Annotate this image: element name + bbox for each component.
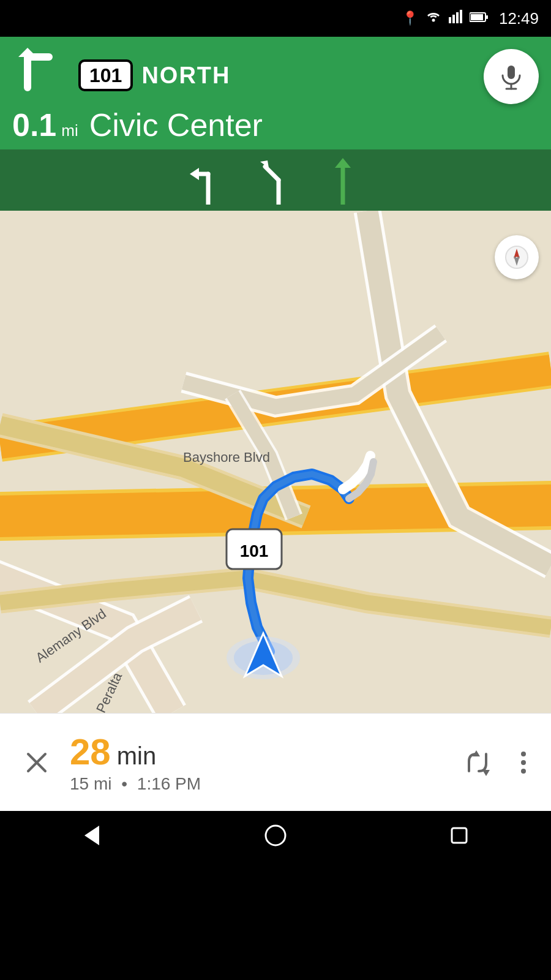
eta-minutes: 28 (70, 731, 111, 773)
lane-straight-icon (321, 156, 364, 205)
eta-row: 28 min (70, 731, 458, 773)
distance-unit: mi (61, 121, 78, 140)
svg-point-39 (266, 826, 285, 845)
street-name: Civic Center (89, 107, 263, 143)
lane-guidance-bar (0, 149, 551, 211)
compass-icon (504, 245, 529, 270)
svg-marker-38 (84, 826, 99, 845)
mic-icon (498, 63, 525, 90)
svg-point-0 (432, 19, 435, 22)
highway-number: 101 (89, 66, 122, 85)
svg-line-15 (265, 167, 279, 180)
close-button[interactable] (18, 744, 55, 781)
svg-rect-1 (449, 17, 451, 23)
svg-text:101: 101 (240, 541, 269, 560)
eta-details: 15 mi • 1:16 PM (70, 774, 458, 794)
signal-icon (449, 10, 462, 27)
close-icon (26, 752, 48, 774)
svg-text:Bayshore Blvd: Bayshore Blvd (183, 450, 270, 465)
eta-unit: min (117, 742, 156, 770)
routes-icon (464, 749, 491, 776)
highway-direction: NORTH (141, 62, 230, 89)
highway-badge: 101 NORTH (78, 59, 231, 91)
status-time: 12:49 (499, 9, 539, 28)
alternate-routes-button[interactable] (458, 743, 497, 782)
status-bar: 📍 12:49 (0, 0, 551, 37)
wifi-icon (425, 10, 441, 27)
bottom-info-bar: 28 min 15 mi • 1:16 PM (0, 713, 551, 811)
more-icon (520, 749, 527, 776)
back-icon (80, 823, 104, 848)
svg-point-37 (521, 769, 526, 774)
distance-row: 0.1 mi Civic Center (12, 107, 539, 143)
svg-rect-4 (460, 10, 462, 23)
svg-rect-3 (456, 12, 459, 23)
home-icon (263, 823, 288, 848)
svg-point-36 (521, 760, 526, 765)
eta-section: 28 min 15 mi • 1:16 PM (55, 731, 458, 794)
svg-rect-9 (508, 66, 515, 79)
svg-marker-13 (190, 168, 199, 180)
map-svg: 101 Bayshore Blvd Alemany Blvd Peralta (0, 211, 551, 713)
eta-arrival: 1:16 PM (137, 774, 201, 793)
home-button[interactable] (263, 823, 288, 848)
distance-value: 0.1 (12, 107, 56, 143)
svg-marker-8 (18, 48, 37, 57)
nav-header: 101 NORTH 0.1 mi Civic Center (0, 37, 551, 149)
svg-rect-7 (486, 15, 488, 19)
svg-rect-40 (452, 828, 467, 843)
back-button[interactable] (80, 823, 104, 848)
highway-shield: 101 (78, 59, 133, 91)
svg-point-35 (521, 752, 526, 756)
recents-button[interactable] (447, 823, 471, 848)
location-icon: 📍 (402, 10, 418, 26)
eta-distance: 15 mi (70, 774, 111, 793)
svg-marker-18 (335, 158, 351, 168)
compass-button[interactable] (495, 235, 539, 279)
map-area[interactable]: 101 Bayshore Blvd Alemany Blvd Peralta (0, 211, 551, 713)
eta-separator: • (121, 774, 127, 793)
svg-marker-34 (482, 770, 490, 776)
mic-button[interactable] (484, 49, 539, 104)
lane-slight-left-icon (254, 156, 297, 205)
recents-icon (447, 823, 471, 848)
svg-rect-6 (471, 14, 483, 20)
lane-left-turn-icon (187, 156, 230, 205)
turn-arrow-icon (12, 48, 67, 103)
system-nav-bar (0, 811, 551, 860)
bottom-actions (458, 743, 533, 782)
more-options-button[interactable] (514, 743, 533, 782)
svg-rect-2 (452, 15, 455, 23)
battery-icon (470, 10, 488, 26)
